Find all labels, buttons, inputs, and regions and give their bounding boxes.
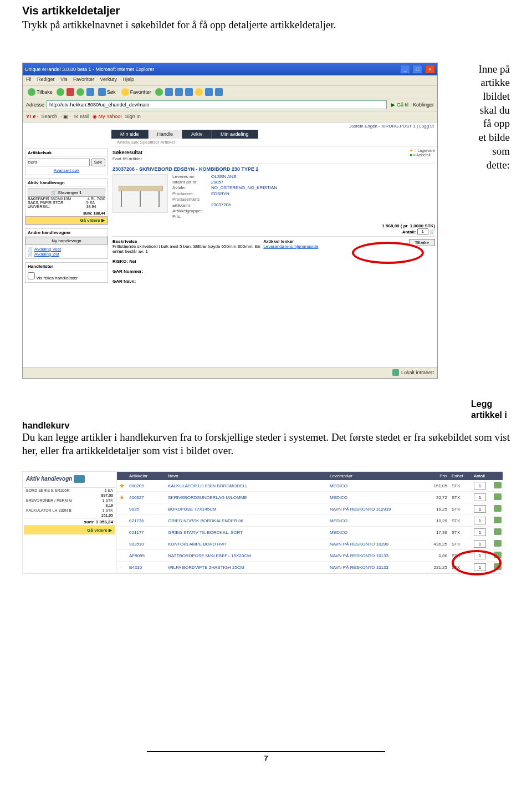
qty-input[interactable] [474, 552, 486, 559]
advanced-search-link[interactable]: Avansert søk [54, 168, 80, 173]
cell-name[interactable]: GRIEG NORSK BORDKALENDER 06 [166, 517, 328, 525]
menu-item[interactable]: Verktøy [100, 77, 117, 82]
article-title[interactable]: 23037206 - SKRIVEBORD EDSBYN - KOMBIBORD… [112, 164, 435, 172]
go-button[interactable]: ▶ Gå til [389, 102, 411, 108]
menu-item[interactable]: Favoritter [73, 77, 94, 82]
cell-name[interactable]: GRIEG STATIV TIL BORDKAL. SORT [166, 528, 328, 537]
cell-artnr[interactable]: 9035 [127, 505, 166, 513]
toolbar-icon[interactable] [215, 88, 223, 96]
cell-name[interactable]: SKRIVEBORDSUNDERLAG M/LOMME [166, 493, 328, 502]
add-to-cart-icon[interactable] [494, 482, 502, 488]
toolbar-icon[interactable] [155, 88, 163, 96]
add-to-cart-icon[interactable] [494, 563, 502, 570]
cell-supplier[interactable]: NAVN PÅ RESKONTO 10133 [328, 552, 422, 560]
garnavn-label: GAR Navn: [112, 279, 136, 284]
ie-toolbar: Tilbake Søk Favoritter [23, 85, 437, 99]
back-button[interactable]: Tilbake [409, 239, 436, 246]
toolbar-icon[interactable] [205, 88, 213, 96]
qty-input[interactable] [474, 563, 486, 571]
cell-supplier[interactable]: MEDICO [328, 528, 422, 537]
dept-link[interactable]: 🛒 Avdeling Vest [28, 247, 105, 252]
qty-input[interactable] [474, 482, 486, 490]
address-input[interactable] [47, 100, 387, 109]
cell-name[interactable]: BORDPOSE 77X145CM [166, 505, 328, 513]
cell-unit: STK [449, 482, 472, 490]
ybar-mail[interactable]: ✉ Mail [74, 114, 89, 119]
cell-name[interactable]: NATTBORDPOSE M/KLEBEFL.15X20CM [166, 552, 328, 560]
maximize-icon[interactable]: □ [412, 65, 422, 74]
cell-supplier[interactable]: MEDICO [328, 482, 422, 490]
dept-link[interactable]: 🛒 Avdeling Øst [28, 252, 105, 257]
toolbar-icon[interactable] [195, 88, 203, 96]
minimize-icon[interactable]: _ [400, 65, 410, 74]
stop-icon[interactable] [66, 88, 74, 96]
window-title: Unique eHandel 3.0.00 beta 1 - Microsoft… [25, 67, 154, 72]
star-icon: · [117, 551, 127, 560]
cell-artnr[interactable]: 621177 [127, 528, 166, 537]
refresh-icon[interactable] [76, 88, 84, 96]
add-to-cart-icon[interactable] [494, 528, 502, 535]
cell-name[interactable]: KALKULATOR LH 830N BORDMODELL [166, 482, 328, 490]
back-button[interactable]: Tilbake [26, 88, 54, 96]
add-to-cart-icon[interactable] [494, 493, 502, 500]
cart-continue-button[interactable]: Gå videre ▶ [24, 526, 115, 534]
favorites-button[interactable]: Favoritter [120, 88, 153, 96]
menu-item[interactable]: Fil [26, 77, 32, 82]
add-to-cart-icon[interactable] [494, 517, 502, 523]
ybar-signin[interactable]: Sign In [125, 114, 141, 119]
menu-item[interactable]: Hjelp [122, 77, 134, 82]
forward-icon[interactable] [57, 88, 64, 96]
tab-handle[interactable]: Handle [149, 130, 183, 139]
new-cart-button[interactable]: Ny handlevogn [25, 237, 108, 245]
add-to-cart-icon[interactable] [494, 505, 502, 512]
cell-supplier[interactable]: MEDICO [328, 517, 422, 525]
article-search-input[interactable] [28, 159, 90, 166]
cell-artnr[interactable]: B4330 [127, 563, 166, 572]
star-icon: · [117, 516, 127, 526]
ybar-search[interactable]: Search [42, 114, 58, 119]
ybar-myyahoo[interactable]: ◉ My Yahoo! [93, 114, 122, 119]
search-button[interactable]: Søk [96, 88, 117, 96]
cell-supplier[interactable]: MEDICO [328, 493, 422, 502]
search-button[interactable]: Søk [91, 159, 105, 166]
cart-name[interactable]: 🛒 Stavanger 1 [28, 188, 105, 197]
cell-supplier[interactable]: NAVN PÅ RESKONTO 312939 [328, 505, 422, 513]
close-icon[interactable]: × [425, 65, 435, 74]
tab-min-side[interactable]: Min side [111, 130, 149, 139]
tab-arkiv[interactable]: Arkiv [182, 130, 212, 139]
add-to-cart-icon[interactable] [494, 552, 502, 558]
cell-artnr[interactable]: 903510 [127, 540, 166, 548]
qty-input[interactable] [474, 505, 486, 513]
cell-artnr[interactable]: 621736 [127, 517, 166, 525]
links-label[interactable]: Koblinger [413, 102, 434, 108]
cell-name[interactable]: WILFA BORDVIFTE 2HASTIGH 25CM [166, 563, 328, 572]
toolbar-icon[interactable] [175, 88, 183, 96]
menu-item[interactable]: Vis [60, 77, 67, 82]
qty-input[interactable] [417, 228, 428, 235]
add-to-cart-icon[interactable]: 🛒 [429, 229, 435, 234]
table-row: ·9035BORDPOSE 77X145CMNAVN PÅ RESKONTO 3… [117, 503, 503, 515]
qty-input[interactable] [474, 540, 486, 548]
tab-min-avdeling[interactable]: Min avdeling [212, 130, 258, 139]
table-row: ★406827SKRIVEBORDSUNDERLAG M/LOMMEMEDICO… [117, 492, 503, 503]
cell-artnr[interactable]: 406827 [127, 493, 166, 502]
cell-artnr[interactable]: AF9095 [127, 552, 166, 560]
cart-continue-button[interactable]: Gå videre ▶ [25, 216, 108, 225]
supplier-homepage-link[interactable]: Leverandørens hjemmeside [263, 244, 318, 249]
qty-input[interactable] [474, 493, 486, 501]
cell-supplier[interactable]: NAVN PÅ RESKONTO 10399 [328, 540, 422, 548]
menu-item[interactable]: Rediger [37, 77, 55, 82]
cell-artnr[interactable]: 800209 [127, 482, 166, 490]
add-to-cart-icon[interactable] [494, 540, 502, 547]
cell-name[interactable]: KONTORLAMPE BORD HVIT [166, 540, 328, 548]
toolbar-icon[interactable] [165, 88, 173, 96]
cell-unit: STK [449, 528, 472, 537]
cell-supplier[interactable]: NAVN PÅ RESKONTO 10133 [328, 563, 422, 572]
app-tabs: Min side Handle Arkiv Min avdeling [111, 130, 437, 139]
user-link[interactable]: Jostein Engen - KIRURG.POST 1 | Logg ut [349, 124, 434, 129]
toolbar-icon[interactable] [185, 88, 193, 96]
show-shared-lists[interactable]: Vis felles handlelister [28, 276, 78, 281]
home-icon[interactable] [86, 88, 94, 96]
qty-input[interactable] [474, 528, 486, 536]
qty-input[interactable] [474, 517, 486, 524]
